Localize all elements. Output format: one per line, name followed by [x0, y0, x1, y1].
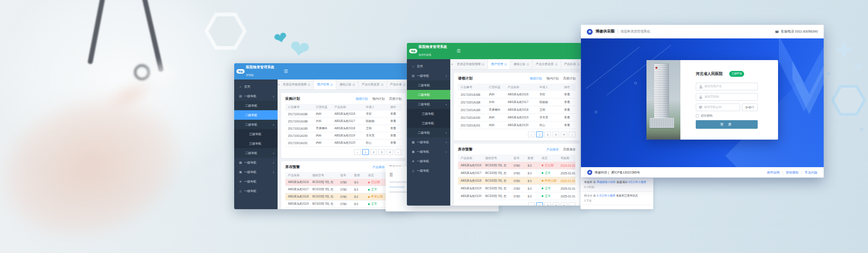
view-link[interactable]: 查看: [561, 98, 576, 106]
view-link[interactable]: 查看: [387, 140, 401, 147]
page-2[interactable]: 2: [370, 149, 377, 155]
divider: |: [782, 171, 783, 174]
sidebar-item-nav1[interactable]: ▤一级导航∧: [234, 91, 278, 101]
view-link[interactable]: 查看: [387, 111, 401, 118]
page-2[interactable]: 2: [544, 202, 551, 206]
view-link[interactable]: 查看: [561, 114, 576, 122]
page-1[interactable]: 1: [536, 202, 543, 206]
sidebar-item-nav1[interactable]: ▦一级导航∨: [234, 158, 278, 167]
page-4[interactable]: 4: [387, 149, 393, 155]
sidebar-item-nav1[interactable]: ⊘一级导航: [234, 177, 278, 186]
sidebar-item-nav1[interactable]: ▣一级导航∨: [234, 167, 278, 177]
page-next[interactable]: ›: [569, 202, 576, 206]
sidebar-item-home[interactable]: ⌂首页: [234, 82, 278, 91]
view-link[interactable]: 查看: [387, 132, 401, 140]
sidebar-item-nav2-active[interactable]: 二级导航: [407, 90, 450, 99]
view-link[interactable]: 查看: [561, 106, 576, 114]
tab-cert-warning[interactable]: 资质证件效期预警: [280, 80, 314, 89]
tab-user-management[interactable]: 用户管理: [314, 80, 336, 89]
page-prev[interactable]: ‹: [354, 149, 361, 155]
tab-cert-warning[interactable]: 资质证件效期预警: [454, 59, 488, 69]
tab-product-outbound[interactable]: 产品出库: [387, 80, 409, 89]
page-next[interactable]: ›: [569, 131, 576, 137]
sidebar-item-nav1[interactable]: △一级导航: [407, 166, 450, 175]
cell: ABS床头柜0119: [332, 132, 363, 140]
hamburger-icon[interactable]: ☰: [457, 49, 461, 53]
sidebar-item-nav1[interactable]: △一级导航: [234, 186, 278, 196]
sidebar-item-home[interactable]: ⌂首页: [407, 61, 450, 71]
tab-product-outbound[interactable]: 产品出库: [561, 59, 583, 69]
tab-notice[interactable]: 通知公告: [336, 80, 359, 89]
password-input[interactable]: 请填写密码: [696, 93, 758, 101]
link-requisition-plan[interactable]: 领用计划: [529, 76, 542, 81]
view-link[interactable]: 查看: [561, 122, 576, 129]
status-badge: 正常: [545, 194, 551, 198]
sidebar-item-nav1[interactable]: ⊘一级导航: [407, 156, 450, 166]
hamburger-icon[interactable]: ☰: [284, 69, 288, 74]
sidebar-item-nav1[interactable]: ▣一级导航∨: [407, 147, 450, 156]
sidebar-item-nav1[interactable]: ▦一级导航∨: [407, 137, 450, 147]
hamburger-icon[interactable]: ☰: [389, 173, 393, 177]
sidebar-item-nav3[interactable]: 三级导航: [407, 109, 450, 118]
link-product-stock[interactable]: 产品库存: [547, 147, 559, 152]
page-3[interactable]: 3: [378, 149, 385, 155]
link-operation-guide[interactable]: 操作说明: [767, 170, 779, 175]
circuit-dot: [634, 82, 637, 84]
feed-link[interactable]: 5 月日常小需求: [597, 194, 615, 197]
plan-card: 请领计划 领用计划 预约计划 高值计划 计划单号 订货科室 产品名称: [454, 73, 580, 141]
sidebar-item-nav2-active[interactable]: 二级导航: [234, 110, 278, 120]
link-key-driver[interactable]: 密钥驱动: [786, 170, 798, 175]
sidebar-item-nav2[interactable]: 二级导航: [407, 80, 450, 90]
link-reserve-plan[interactable]: 预约计划: [373, 97, 385, 101]
sidebar-item-nav3[interactable]: 三级导航: [407, 118, 450, 128]
sidebar-item-nav2[interactable]: 二级导航: [234, 101, 278, 110]
view-link[interactable]: 查看: [387, 125, 401, 132]
sidebar-item-nav2[interactable]: 二级导航∧: [234, 120, 278, 129]
login-button[interactable]: 登 录: [696, 120, 758, 129]
view-link[interactable]: 查看: [561, 91, 576, 98]
link-reserve-plan[interactable]: 预约计划: [547, 76, 559, 81]
page-4[interactable]: 4: [561, 131, 567, 137]
page-next[interactable]: ›: [395, 149, 401, 155]
view-link[interactable]: 查看: [387, 118, 401, 125]
page-4[interactable]: 4: [561, 202, 567, 206]
sidebar-item-nav2[interactable]: 二级导航∨: [407, 128, 450, 137]
link-highvalue-stock[interactable]: 高值库存: [563, 147, 576, 152]
tab-category-settings[interactable]: 产品分类设置: [359, 80, 387, 89]
tab-category-settings[interactable]: 产品分类设置: [533, 59, 561, 69]
link-highvalue-plan[interactable]: 高值计划: [389, 97, 401, 101]
sidebar-item-nav3[interactable]: 三级导航: [234, 139, 278, 148]
cell: ABS床头柜0118: [332, 125, 363, 132]
sidebar-label: 二级导航: [418, 83, 430, 88]
page-3[interactable]: 3: [552, 202, 559, 206]
feed-link[interactable]: 5月日常小需求: [628, 181, 646, 183]
page-3[interactable]: 3: [552, 131, 559, 137]
captcha-question[interactable]: 6+8=?: [742, 103, 758, 111]
tab-label: 产品分类设置: [362, 83, 380, 87]
checkbox-icon[interactable]: [696, 114, 699, 117]
link-faq[interactable]: 常见问题: [805, 170, 817, 175]
page-prev[interactable]: ‹: [528, 131, 535, 137]
sidebar-item-nav3[interactable]: 三级导航: [234, 129, 278, 139]
username-input[interactable]: 请填写用户名: [696, 83, 758, 90]
sidebar-label: 一级导航: [417, 150, 429, 154]
page-1[interactable]: 1: [362, 149, 369, 155]
sidebar-item-nav2[interactable]: 二级导航∧: [407, 99, 450, 109]
tab-user-management[interactable]: 用户管理: [488, 59, 510, 69]
link-highvalue-plan[interactable]: 高值计划: [563, 76, 576, 81]
sidebar-item-nav1[interactable]: ▤一级导航∧: [407, 71, 450, 80]
collapse-tabs-icon[interactable]: «: [450, 59, 454, 69]
tab-notice[interactable]: 通知公告: [510, 59, 533, 69]
captcha-input[interactable]: 请填写验证码: [696, 103, 740, 111]
page-2[interactable]: 2: [544, 131, 551, 137]
sidebar-item-nav2[interactable]: 二级导航∨: [234, 148, 278, 158]
feed-link[interactable]: 风驰精英小分队: [597, 181, 616, 183]
page-1[interactable]: 1: [536, 131, 543, 137]
cell: BCS33型 5孔 右: [310, 208, 338, 210]
link-requisition-plan[interactable]: 领用计划: [355, 97, 368, 101]
activity-feed-card: 朱老师在风驰精英小分队新建项目5月日常小需求 5 小时前 付小小在5 月日常小需…: [580, 178, 653, 209]
page-prev[interactable]: ‹: [528, 202, 535, 206]
link-product-stock[interactable]: 产品库存: [373, 165, 385, 169]
system-name: 供应商供货管理系统: [621, 29, 651, 34]
remember-me[interactable]: 记住密码: [696, 114, 712, 118]
